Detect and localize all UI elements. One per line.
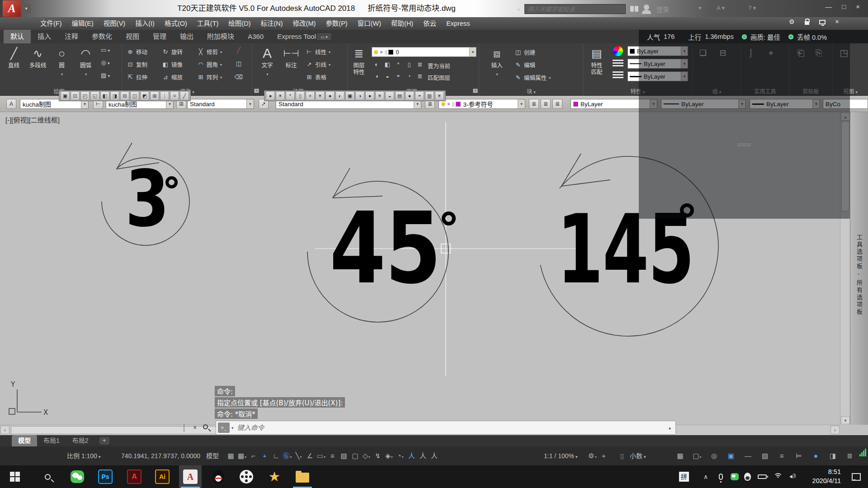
tray-clock[interactable]: 8:51 2020/4/11 [806,465,841,488]
transparency-icon[interactable]: ▨ [338,449,349,463]
close-button[interactable]: × [856,3,860,10]
edit-polyline-tool-icon[interactable]: ╱ [234,45,244,55]
layer-tool-icon-3[interactable]: * [286,91,295,100]
modify-tool-button[interactable]: ⊞ 阵列 [197,70,231,83]
annotation-tool-button[interactable]: ↗ 引线 [305,58,330,70]
menu-item[interactable]: 窗口(W) [353,17,386,30]
clean-screen-icon[interactable]: ◨ [827,449,839,463]
taskbar-explorer-button[interactable] [291,465,314,488]
annotation-scale-control[interactable]: 1:1 / 100% [544,446,577,465]
quick-properties-icon[interactable]: ▦ [675,449,686,463]
layer-tool-icon-4[interactable]: ▯ [296,91,305,100]
help-search-input[interactable] [524,4,626,14]
layer-states-icon-1[interactable]: ≣ [529,99,539,109]
text-tool-button[interactable]: A 文字 [255,44,279,77]
group-tool-icon-9[interactable]: ◩ [140,91,149,100]
object-snap-tracking-icon[interactable]: ∠ [304,449,316,463]
tray-wechat-icon[interactable] [731,465,739,488]
modify-tool-button[interactable]: ◠ 圆角 [197,58,231,70]
linetype-list-icon[interactable] [613,60,623,67]
layout-tab[interactable]: 布局2 [66,435,95,446]
draw-tool-button[interactable]: ∿ 多段线 [26,44,50,77]
taskbar-qq-button[interactable] [207,465,230,488]
layer-tool-icon-10[interactable]: ◑ [355,91,364,100]
tool-palette-bar[interactable]: 工具选项板 - 所有选项板 [850,112,868,425]
taskbar-illustrator-button[interactable]: Ai [151,465,174,488]
ribbon-tab[interactable]: 视图 [119,30,146,43]
layer-tool-icon-8[interactable]: ◐ [335,91,344,100]
menu-item[interactable]: 帮助(H) [386,17,418,30]
user-avatar-icon[interactable] [644,5,649,10]
edit-block-button[interactable]: ✎ 编辑 [514,60,535,70]
explode-tool-icon[interactable]: ◫ [234,59,244,69]
menu-item[interactable]: Express [441,17,475,30]
selection-filter-icon[interactable]: ◈ [383,449,395,463]
taskbar-autocad-button[interactable]: A [179,465,202,488]
set-current-layer-button[interactable]: 置为当前 [428,61,450,70]
ribbon-tab[interactable]: 默认 [4,30,31,43]
menu-item[interactable]: 参数(P) [321,17,352,30]
annotation-scale-icon[interactable]: 人 [429,449,440,463]
rectangle-tool-icon[interactable]: ▭ [100,45,110,55]
model-space-button[interactable]: 模型 [206,446,219,465]
modify-tool-button[interactable]: ⊿ 缩放 [161,70,197,83]
group-tool-icon-10[interactable]: ⊞ [150,91,159,100]
layer-tool-icon-14[interactable]: ▤ [395,91,404,100]
layer-combo[interactable]: ☀ ▯ 3-参考符号 ▾ [439,99,525,109]
menu-item[interactable]: 修改(M) [288,17,321,30]
binoculars-search-icon[interactable] [630,6,634,12]
ribbon-minimize-button[interactable]: ▭ ▾ [316,33,332,41]
notification-center-icon[interactable] [852,465,861,488]
modify-tool-button[interactable]: ↻ 旋转 [161,45,197,58]
group-tool-icon-3[interactable]: ◰ [80,91,90,100]
autoscale-icon[interactable]: 人 [417,449,429,463]
toolbar-close-icon[interactable]: × [473,89,478,93]
group-tool-icon-4[interactable]: ◱ [90,91,99,100]
annotation-tool-button[interactable]: ⊞ 表格 [305,70,330,83]
command-input[interactable] [236,423,669,432]
menu-item[interactable]: 依云 [418,17,441,30]
layer-tool-icon-1[interactable]: ● [266,91,275,100]
tray-expand-icon[interactable]: ∧ [703,465,708,488]
stream-cast-icon[interactable] [819,20,826,24]
ribbon-tab[interactable]: A360 [241,30,270,43]
dimension-tool-button[interactable]: ⊢⊣ 标注 [280,44,302,69]
group-tool-icon-5[interactable]: ◧ [100,91,109,100]
group-tool-icon-12[interactable]: ⌗ [170,91,179,100]
create-block-button[interactable]: ◫ 创建 [514,47,535,57]
polar-tracking-icon[interactable]: Ⓖ [282,449,293,463]
menu-item[interactable]: 视图(V) [99,17,130,30]
ribbon-tab[interactable]: 注释 [58,30,85,43]
text-style-icon[interactable]: A [6,99,16,109]
customization-icon[interactable]: ≣ [844,449,855,463]
draw-tool-button[interactable]: ◠ 圆弧 [74,44,98,77]
tray-volume-icon[interactable] [788,465,797,488]
layer-tool-icon-7[interactable]: ● [326,91,335,100]
ellipse-tool-icon[interactable]: ◎ [100,58,110,68]
menu-item[interactable]: 插入(I) [130,17,160,30]
match-layer-button[interactable]: 匹配图层 [428,72,450,82]
tray-mic-icon[interactable] [719,465,723,488]
units-control[interactable]: 小数 [630,446,646,465]
layer-freeze-icon[interactable]: * [393,60,403,70]
menu-item[interactable]: 格式(O) [160,17,192,30]
a360-icon[interactable]: A ▾ [717,5,725,11]
infer-constraints-icon[interactable]: ⌐ [248,449,259,463]
selection-cycling-icon[interactable]: ▢ [349,449,361,463]
layer-delete-icon[interactable]: ≣ [415,71,425,81]
color-wheel-icon[interactable] [613,46,623,56]
caret-down-icon[interactable]: ▾ [231,426,234,430]
list-display-icon[interactable]: ⊨ [793,449,805,463]
ribbon-tab[interactable]: 插入 [31,30,58,43]
grid-display-icon[interactable]: ▦ [236,449,248,463]
dock-search-icon[interactable] [203,424,208,429]
snap-grid-icon[interactable]: ▦ [225,449,236,463]
insert-block-button[interactable]: ⧈ 插入 [484,44,509,77]
lineweight-list-icon[interactable] [613,71,623,79]
group-tool-icon-7[interactable]: ⊟ [120,91,129,100]
layer-tool-icon-13[interactable]: ◒ [385,91,394,100]
tray-battery-icon[interactable] [758,465,767,488]
layer-tool-icon-2[interactable]: ☀ [276,91,285,100]
isometric-draft-icon[interactable]: ╲ [293,449,304,463]
layer-tool-icon-16[interactable]: ◓ [415,91,424,100]
